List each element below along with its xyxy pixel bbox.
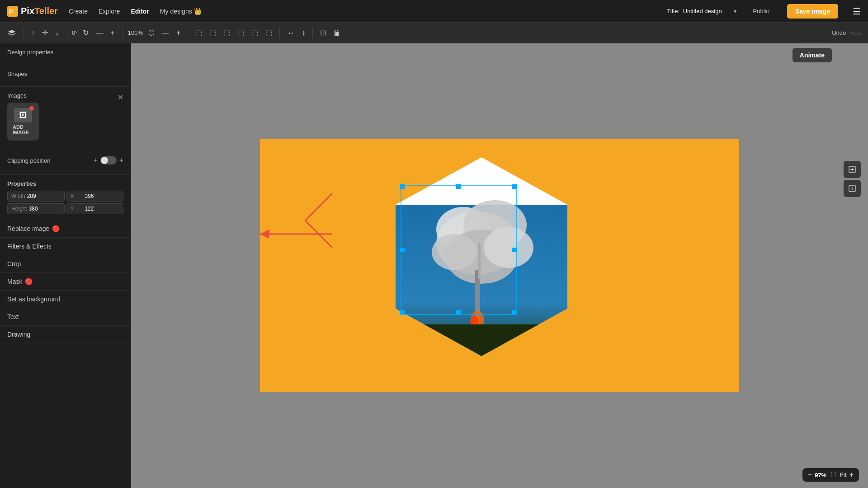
zoom-minus-icon[interactable]: — bbox=[160, 27, 171, 39]
expand-button[interactable] bbox=[844, 180, 861, 197]
zoom-minus-button[interactable]: − bbox=[808, 471, 812, 479]
rotate-icon[interactable]: ↻ bbox=[81, 27, 90, 39]
move-up-icon[interactable]: ↑ bbox=[29, 27, 37, 39]
filters-effects-item[interactable]: Filters & Effects bbox=[0, 238, 131, 255]
design-properties-section: Design properties bbox=[0, 43, 131, 65]
align-right-icon[interactable]: ⬚ bbox=[222, 27, 232, 39]
zoom-fit-label[interactable]: Fit bbox=[840, 472, 847, 478]
height-field[interactable]: Height 380 bbox=[7, 203, 65, 214]
svg-marker-2 bbox=[8, 30, 15, 33]
mask-item[interactable]: Mask 🔴 bbox=[0, 273, 131, 291]
height-value[interactable]: 380 bbox=[29, 206, 38, 212]
fill-icon[interactable]: ⬡ bbox=[146, 27, 156, 39]
zoom-value[interactable]: 100% bbox=[128, 29, 143, 36]
add-image-button[interactable]: ADD IMAGE bbox=[7, 103, 39, 141]
height-label: Height bbox=[11, 206, 27, 212]
minus-icon[interactable]: — bbox=[94, 27, 105, 39]
move-icon[interactable]: ✛ bbox=[40, 27, 50, 39]
replace-image-item[interactable]: Replace image 🔴 bbox=[0, 220, 131, 238]
dropdown-arrow-icon: ▼ bbox=[733, 9, 738, 14]
set-bg-item[interactable]: Set as background bbox=[0, 291, 131, 308]
right-float-buttons bbox=[844, 161, 861, 197]
flip-h-icon[interactable]: ↔ bbox=[285, 27, 296, 39]
clipping-slider[interactable] bbox=[100, 156, 117, 164]
animate-button[interactable]: Animate bbox=[793, 48, 832, 62]
clipping-section: Clipping position + + bbox=[0, 146, 131, 175]
x-field[interactable]: X 396 bbox=[66, 191, 124, 202]
zoom-sep: 11 bbox=[829, 471, 837, 479]
y-value[interactable]: 122 bbox=[85, 206, 94, 212]
images-title[interactable]: Images bbox=[7, 92, 27, 99]
align-left-icon[interactable]: ⬚ bbox=[193, 27, 204, 39]
nav-create[interactable]: Create bbox=[69, 8, 88, 15]
flip-v-icon[interactable]: ↕ bbox=[300, 27, 307, 39]
clipping-plus-btn[interactable]: + bbox=[119, 156, 123, 164]
svg-line-6 bbox=[305, 221, 332, 248]
clipping-thumb bbox=[101, 157, 108, 164]
canvas-area[interactable]: Animate bbox=[131, 43, 868, 488]
rotation-value[interactable]: 0° bbox=[72, 29, 77, 36]
clipping-label: Clipping position bbox=[7, 157, 50, 164]
x-label: X bbox=[71, 193, 83, 199]
nav-mydesigns[interactable]: My designs 👑 bbox=[160, 8, 202, 15]
width-field[interactable]: Width 289 bbox=[7, 191, 65, 202]
add-to-canvas-button[interactable] bbox=[844, 161, 861, 178]
svg-line-5 bbox=[305, 193, 332, 221]
public-label[interactable]: Public bbox=[753, 8, 769, 14]
fire-icon-replace: 🔴 bbox=[52, 225, 60, 232]
y-label: Y bbox=[71, 206, 83, 212]
clipping-minus-btn[interactable]: + bbox=[93, 156, 97, 164]
toolbar-right: Undo Redo bbox=[832, 29, 863, 36]
drawing-label: Drawing bbox=[7, 331, 30, 338]
logo-icon: P bbox=[7, 6, 18, 17]
replace-image-label: Replace image bbox=[7, 225, 49, 232]
properties-section: Properties Width 289 X 396 Height 380 Y … bbox=[0, 175, 131, 220]
svg-point-14 bbox=[432, 234, 477, 270]
top-nav: P PixTeller Create Explore Editor My des… bbox=[0, 0, 868, 23]
save-image-button[interactable]: Save image bbox=[787, 4, 838, 19]
shapes-title[interactable]: Shapes bbox=[7, 70, 123, 77]
text-label: Text bbox=[7, 313, 19, 320]
delete-icon[interactable]: 🗑 bbox=[331, 27, 342, 39]
align-top-icon[interactable]: ⬚ bbox=[236, 27, 246, 39]
layers-icon[interactable] bbox=[5, 27, 18, 39]
svg-text:P: P bbox=[9, 8, 13, 15]
frame-icon[interactable]: ⊡ bbox=[318, 27, 328, 39]
align-middle-icon[interactable]: ⬚ bbox=[250, 27, 260, 39]
align-center-icon[interactable]: ⬚ bbox=[208, 27, 218, 39]
fire-icon-mask: 🔴 bbox=[25, 278, 33, 285]
nav-explore[interactable]: Explore bbox=[99, 8, 120, 15]
main-layout: Design properties Shapes Images ✕ ADD IM… bbox=[0, 43, 868, 488]
plus-icon[interactable]: + bbox=[108, 27, 116, 39]
nav-editor[interactable]: Editor bbox=[131, 8, 149, 15]
shapes-section: Shapes bbox=[0, 65, 131, 87]
zoom-plus-icon[interactable]: + bbox=[175, 27, 182, 39]
crop-item[interactable]: Crop bbox=[0, 255, 131, 273]
canvas[interactable] bbox=[260, 139, 739, 392]
logo[interactable]: P PixTeller bbox=[7, 6, 58, 17]
zoom-display: 97% bbox=[815, 472, 826, 479]
hamburger-icon[interactable]: ☰ bbox=[853, 6, 861, 17]
move-down-icon[interactable]: ↓ bbox=[53, 27, 61, 39]
drawing-item[interactable]: Drawing bbox=[0, 326, 131, 343]
filters-effects-label: Filters & Effects bbox=[7, 243, 52, 250]
clipping-control: + + bbox=[93, 156, 123, 164]
properties-title: Properties bbox=[7, 180, 123, 187]
mask-label: Mask bbox=[7, 278, 22, 285]
y-field[interactable]: Y 122 bbox=[66, 203, 124, 214]
clipping-row: Clipping position + + bbox=[7, 152, 123, 169]
close-images-icon[interactable]: ✕ bbox=[118, 93, 123, 102]
crop-label: Crop bbox=[7, 260, 21, 267]
design-properties-title[interactable]: Design properties bbox=[7, 49, 123, 56]
zoom-plus-button[interactable]: + bbox=[849, 471, 854, 479]
undo-button[interactable]: Undo bbox=[832, 29, 846, 36]
design-title: Title: Untitled design bbox=[667, 8, 722, 14]
images-header: Images ✕ bbox=[7, 92, 123, 103]
x-value[interactable]: 396 bbox=[85, 193, 94, 199]
text-item[interactable]: Text bbox=[0, 308, 131, 326]
width-value[interactable]: 289 bbox=[27, 193, 36, 199]
add-image-icon bbox=[14, 108, 32, 122]
align-bottom-icon[interactable]: ⬚ bbox=[264, 27, 274, 39]
redo-label: Redo bbox=[849, 30, 863, 36]
images-section: Images ✕ ADD IMAGE bbox=[0, 87, 131, 146]
